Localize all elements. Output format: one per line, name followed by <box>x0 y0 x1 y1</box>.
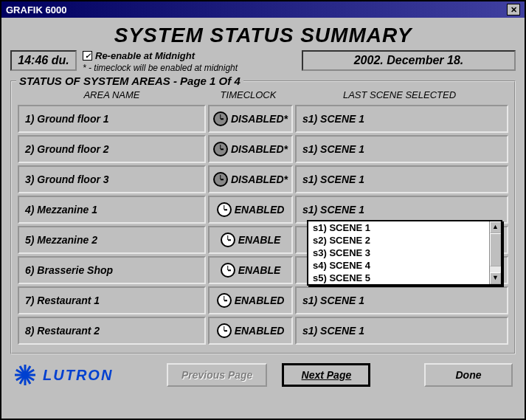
clock-icon <box>217 202 232 217</box>
timeclock-status: ENABLED <box>235 325 285 337</box>
reenable-note: * - timeclock will be enabled at midnigh… <box>83 63 296 73</box>
dropdown-option[interactable]: s1) SCENE 1 <box>308 221 501 234</box>
area-name-cell: 7) Restaurant 1 <box>18 286 206 314</box>
scene-cell[interactable]: s1) SCENE 1 <box>295 135 508 163</box>
timeclock-cell[interactable]: DISABLED* <box>208 105 293 133</box>
clock-icon <box>221 263 235 278</box>
done-button[interactable]: Done <box>424 363 513 387</box>
timeclock-cell[interactable]: ENABLE <box>208 256 293 284</box>
clock-icon <box>217 323 232 338</box>
dropdown-scrollbar[interactable]: ▲ ▼ <box>489 221 501 284</box>
clock-icon <box>213 111 228 126</box>
timeclock-status: ENABLED <box>235 295 285 306</box>
time-display: 14:46 du. <box>10 50 77 71</box>
timeclock-cell[interactable]: ENABLED <box>208 317 293 345</box>
dropdown-option[interactable]: s2) SCENE 2 <box>308 234 501 247</box>
table-row: 2) Ground floor 2 DISABLED* s1) SCENE 1 <box>18 135 508 163</box>
timeclock-status: ENABLE <box>238 264 281 276</box>
table-row: 8) Restaurant 2 ENABLED s1) SCENE 1 <box>18 317 508 345</box>
dropdown-option[interactable]: s3) SCENE 3 <box>308 247 501 259</box>
timeclock-cell[interactable]: DISABLED* <box>208 135 293 163</box>
timeclock-cell[interactable]: ENABLED <box>208 196 293 224</box>
timeclock-status: DISABLED* <box>231 143 288 155</box>
col-header-scene: LAST SCENE SELECTED <box>291 89 508 100</box>
brand-text: LUTRON <box>43 367 113 384</box>
next-page-button[interactable]: Next Page <box>282 363 370 387</box>
scene-cell[interactable]: s1) SCENE 1 <box>295 317 508 345</box>
area-name-cell: 8) Restaurant 2 <box>18 317 206 345</box>
close-button[interactable]: ✕ <box>507 4 520 16</box>
clock-icon <box>213 142 228 156</box>
previous-page-button: Previous Page <box>167 363 268 387</box>
reenable-checkbox[interactable]: ✓ <box>83 51 92 61</box>
clock-icon <box>217 293 232 308</box>
window-title: GRAFIK 6000 <box>6 4 66 16</box>
dropdown-option[interactable]: s4) SCENE 4 <box>308 259 501 272</box>
timeclock-status: DISABLED* <box>231 173 288 185</box>
timeclock-cell[interactable]: DISABLED* <box>208 165 293 193</box>
timeclock-status: ENABLED <box>235 204 285 216</box>
table-row: 1) Ground floor 1 DISABLED* s1) SCENE 1 <box>18 105 508 133</box>
scroll-down-icon[interactable]: ▼ <box>490 272 501 284</box>
fieldset-legend: STATUS OF SYSTEM AREAS - Page 1 Of 4 <box>16 75 243 87</box>
dropdown-option[interactable]: s5) SCENE 5 <box>308 272 501 284</box>
titlebar: GRAFIK 6000 ✕ <box>1 1 525 18</box>
date-display: 2002. December 18. <box>302 50 516 71</box>
scene-dropdown[interactable]: s1) SCENE 1s2) SCENE 2s3) SCENE 3s4) SCE… <box>307 220 502 286</box>
timeclock-cell[interactable]: ENABLED <box>208 286 293 314</box>
clock-icon <box>213 172 228 187</box>
clock-icon <box>221 233 235 247</box>
area-name-cell: 5) Mezzanine 2 <box>18 226 206 254</box>
table-row: 3) Ground floor 3 DISABLED* s1) SCENE 1 <box>18 165 508 193</box>
scene-cell[interactable]: s1) SCENE 1 <box>295 286 508 314</box>
timeclock-cell[interactable]: ENABLE <box>208 226 293 254</box>
area-name-cell: 1) Ground floor 1 <box>18 105 206 133</box>
area-name-cell: 2) Ground floor 2 <box>18 135 206 163</box>
area-name-cell: 6) Brasserie Shop <box>18 256 206 284</box>
col-header-area: AREA NAME <box>18 89 206 100</box>
scene-cell[interactable]: s1) SCENE 1 <box>295 165 508 193</box>
sunburst-icon <box>13 363 37 387</box>
status-fieldset: STATUS OF SYSTEM AREAS - Page 1 Of 4 ARE… <box>10 80 516 354</box>
col-header-timeclock: TIMECLOCK <box>206 89 291 100</box>
timeclock-status: ENABLE <box>238 234 281 246</box>
scroll-up-icon[interactable]: ▲ <box>490 221 501 233</box>
area-name-cell: 3) Ground floor 3 <box>18 165 206 193</box>
table-row: 7) Restaurant 1 ENABLED s1) SCENE 1 <box>18 286 508 314</box>
reenable-label: Re-enable at Midnight <box>95 50 195 61</box>
page-title: SYSTEM STATUS SUMMARY <box>10 24 516 47</box>
timeclock-status: DISABLED* <box>231 113 288 125</box>
scroll-thumb[interactable] <box>490 233 501 266</box>
area-name-cell: 4) Mezzanine 1 <box>18 196 206 224</box>
scene-cell[interactable]: s1) SCENE 1 <box>295 105 508 133</box>
brand-logo: LUTRON <box>13 363 113 387</box>
